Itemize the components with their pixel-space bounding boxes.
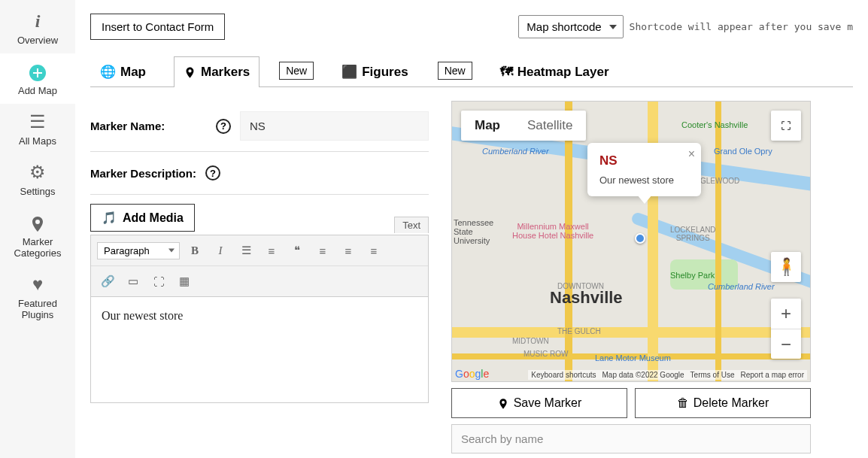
marker-action-buttons: Save Marker 🗑 Delete Marker	[451, 388, 811, 418]
top-toolbar: Insert to Contact Form Map shortcode Sho…	[90, 14, 853, 40]
sidebar-item-marker-categories[interactable]: Marker Categories	[0, 205, 75, 266]
pin-icon	[3, 212, 72, 233]
poi-label: MUSIC ROW	[524, 350, 568, 358]
help-icon[interactable]: ?	[205, 165, 220, 180]
tab-figures[interactable]: ⬛ Figures	[332, 56, 417, 87]
google-logo: Google	[455, 368, 489, 380]
marker-desc-label: Marker Description:	[90, 167, 196, 180]
insert-to-contact-form-button[interactable]: Insert to Contact Form	[90, 14, 225, 40]
poi-label: Millennium Maxwell House Hotel Nashville	[512, 222, 593, 240]
map-canvas[interactable]: Map Satellite 🧍 + − × NS Our newest stor…	[451, 101, 811, 382]
sidebar-item-label: All Maps	[19, 135, 56, 147]
sidebar-item-all-maps[interactable]: ☰ All Maps	[0, 104, 75, 154]
pegman-control[interactable]: 🧍	[771, 252, 801, 282]
fullscreen-button[interactable]: ⛶	[148, 271, 169, 292]
sidebar-item-add-map[interactable]: Add Map	[0, 53, 75, 104]
info-window: × NS Our newest store	[587, 143, 701, 196]
main-panel: Insert to Contact Form Map shortcode Sho…	[75, 0, 868, 458]
marker-icon	[184, 65, 196, 80]
content-row: Marker Name: ? Marker Description: ? 🎵 A…	[90, 101, 853, 453]
sidebar-item-label: Add Map	[18, 85, 57, 96]
blockquote-button[interactable]: ❝	[287, 240, 308, 261]
map-type-control: Map Satellite	[461, 111, 586, 141]
map-marker[interactable]	[635, 233, 645, 244]
zoom-control: + −	[771, 299, 801, 359]
city-label: Nashville	[550, 288, 623, 308]
list-icon: ☰	[3, 111, 72, 132]
map-type-map-button[interactable]: Map	[461, 111, 514, 141]
report-error-link[interactable]: Report a map error	[741, 371, 804, 379]
delete-marker-button[interactable]: 🗑 Delete Marker	[635, 388, 811, 418]
tab-markers[interactable]: Markers	[174, 56, 259, 87]
bullet-list-button[interactable]: ☰	[235, 240, 256, 261]
new-badge-figures: New	[438, 62, 472, 80]
wysiwyg-editor: Paragraph B I ☰ ≡ ❝ ≡ ≡ ≡ 🔗 ▭ ⛶ ▦	[90, 235, 429, 403]
help-icon[interactable]: ?	[216, 119, 231, 134]
poi-label: Tennessee State University	[454, 218, 493, 245]
fullscreen-button[interactable]	[771, 111, 801, 141]
tabs: 🌐 Map Markers New ⬛ Figures New 🗺 Heatma…	[90, 55, 853, 87]
heatmap-icon: 🗺	[500, 65, 513, 80]
river-label: Cumberland River	[482, 147, 549, 156]
numbered-list-button[interactable]: ≡	[261, 240, 282, 261]
poi-label: MIDTOWN	[512, 337, 549, 345]
sidebar: i Overview Add Map ☰ All Maps ⚙ Settings…	[0, 0, 75, 458]
editor-tab-text[interactable]: Text	[394, 217, 429, 233]
align-left-button[interactable]: ≡	[312, 240, 333, 261]
format-select[interactable]: Paragraph	[97, 242, 180, 259]
editor-toolbar-row2: 🔗 ▭ ⛶ ▦	[91, 266, 428, 297]
fullscreen-icon	[780, 120, 792, 132]
tab-map[interactable]: 🌐 Map	[90, 56, 156, 87]
pin-icon	[497, 396, 509, 410]
map-type-satellite-button[interactable]: Satellite	[514, 111, 586, 141]
close-icon[interactable]: ×	[688, 147, 695, 161]
shortcode-hint: Shortcode will appear after you save m	[630, 21, 853, 32]
sidebar-item-label: Settings	[20, 186, 56, 197]
marker-name-input[interactable]	[240, 111, 429, 141]
align-right-button[interactable]: ≡	[363, 240, 384, 261]
shortcode-select[interactable]: Map shortcode	[518, 15, 623, 38]
editor-textarea[interactable]: Our newest store	[91, 297, 428, 402]
map-attribution: Keyboard shortcuts Map data ©2022 Google…	[528, 370, 807, 380]
save-marker-button[interactable]: Save Marker	[451, 388, 627, 418]
italic-button[interactable]: I	[210, 240, 231, 261]
poi-label: LOCKELAND SPRINGS	[670, 226, 716, 242]
editor-toolbar-row1: Paragraph B I ☰ ≡ ❝ ≡ ≡ ≡	[91, 235, 428, 266]
bold-button[interactable]: B	[184, 240, 205, 261]
poi-label: Lane Motor Museum	[595, 353, 671, 362]
new-badge-markers: New	[279, 62, 314, 80]
zoom-in-button[interactable]: +	[771, 299, 801, 329]
search-by-name-input[interactable]: Search by name	[451, 424, 811, 453]
media-icon: 🎵	[102, 211, 117, 225]
link-button[interactable]: 🔗	[97, 271, 118, 292]
keyboard-shortcuts-link[interactable]: Keyboard shortcuts	[531, 371, 596, 379]
terms-link[interactable]: Terms of Use	[690, 371, 735, 379]
heart-icon: ♥	[3, 274, 72, 295]
sidebar-item-label: Marker Categories	[14, 236, 62, 259]
poi-label: THE GULCH	[557, 327, 601, 335]
plus-circle-icon	[3, 61, 72, 82]
marker-desc-row: Marker Description: ?	[90, 152, 429, 195]
info-window-desc: Our newest store	[599, 174, 674, 186]
shapes-icon: ⬛	[341, 64, 357, 80]
marker-name-row: Marker Name: ?	[90, 101, 429, 152]
zoom-out-button[interactable]: −	[771, 329, 801, 359]
globe-icon: 🌐	[100, 64, 116, 80]
shortcode-area: Map shortcode Shortcode will appear afte…	[518, 15, 853, 38]
tab-heatmap[interactable]: 🗺 Heatmap Layer	[490, 56, 619, 87]
sidebar-item-settings[interactable]: ⚙ Settings	[0, 154, 75, 205]
form-column: Marker Name: ? Marker Description: ? 🎵 A…	[90, 101, 429, 453]
align-center-button[interactable]: ≡	[338, 240, 359, 261]
poi-label: Shelby Park	[670, 271, 715, 280]
sidebar-item-label: Featured Plugins	[18, 298, 57, 320]
sidebar-item-overview[interactable]: i Overview	[0, 4, 75, 53]
info-window-title: NS	[599, 153, 674, 168]
toolbar-toggle-button[interactable]: ▦	[174, 271, 195, 292]
add-media-button[interactable]: 🎵 Add Media	[90, 204, 195, 232]
sidebar-item-featured-plugins[interactable]: ♥ Featured Plugins	[0, 266, 75, 328]
map-column: Map Satellite 🧍 + − × NS Our newest stor…	[451, 101, 811, 453]
trash-icon: 🗑	[677, 396, 689, 410]
pegman-icon: 🧍	[776, 257, 797, 277]
insert-more-button[interactable]: ▭	[123, 271, 144, 292]
editor-wrap: Text Paragraph B I ☰ ≡ ❝ ≡ ≡ ≡ 🔗	[90, 235, 429, 403]
